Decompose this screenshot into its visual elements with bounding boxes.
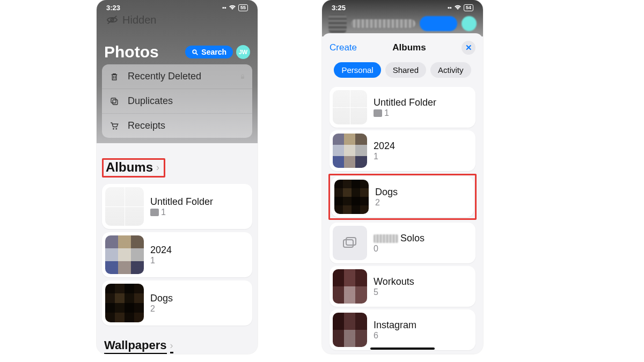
segment-activity[interactable]: Activity	[430, 62, 471, 78]
svg-rect-4	[111, 98, 116, 103]
album-thumbnail	[333, 226, 367, 260]
segment-shared[interactable]: Shared	[385, 62, 426, 78]
row-label: Recently Deleted	[128, 71, 201, 82]
album-thumbnail	[333, 134, 367, 168]
album-name: 2024	[374, 141, 395, 152]
folder-icon	[150, 209, 159, 216]
battery-icon: 54	[464, 4, 473, 11]
svg-line-2	[196, 53, 197, 55]
album-count: 6	[374, 331, 416, 341]
status-bar: 3:25 ▪▪ 54	[322, 0, 483, 14]
segment-personal[interactable]: Personal	[334, 62, 380, 78]
album-count: 2	[150, 304, 173, 314]
create-button[interactable]: Create	[330, 42, 357, 53]
status-icons: ▪▪ 55	[222, 4, 248, 11]
recently-deleted-row[interactable]: Recently Deleted	[102, 64, 252, 89]
cart-icon	[108, 121, 120, 131]
album-name: 2024	[150, 245, 172, 256]
album-workouts[interactable]: Workouts 5	[330, 266, 475, 307]
albums-header-label: Albums	[106, 160, 153, 175]
svg-point-1	[193, 50, 196, 54]
album-name: Dogs	[150, 293, 173, 304]
page-title: Photos	[104, 43, 159, 61]
status-time: 3:23	[106, 4, 120, 12]
sheet-title: Albums	[392, 42, 426, 53]
trash-icon	[108, 71, 120, 82]
home-indicator[interactable]	[370, 348, 435, 350]
close-icon: ✕	[465, 43, 472, 53]
row-label: Receipts	[128, 120, 165, 131]
album-count: 5	[374, 287, 414, 297]
receipts-row[interactable]: Receipts	[102, 114, 252, 138]
album-dogs[interactable]: Dogs 2	[102, 280, 252, 326]
signal-icon: ▪▪	[222, 4, 226, 11]
phone-left: 3:23 ▪▪ 55 Hidden Photos	[97, 0, 258, 354]
album-thumbnail	[105, 284, 144, 322]
search-button[interactable]: Search	[185, 46, 233, 58]
signal-icon: ▪▪	[448, 4, 452, 11]
avatar[interactable]: JW	[236, 45, 250, 59]
segmented-control: Personal Shared Activity	[322, 60, 483, 84]
hidden-icon	[106, 14, 118, 26]
album-thumbnail	[334, 180, 369, 214]
album-solos[interactable]: Solos 0	[330, 223, 475, 263]
duplicate-icon	[108, 97, 120, 106]
album-count: 1	[384, 108, 389, 118]
row-label: Duplicates	[128, 95, 173, 107]
wifi-icon	[229, 5, 236, 10]
albums-header-highlight: Albums ›	[102, 158, 165, 178]
albums-sheet: Create Albums ✕ Personal Shared Activity…	[322, 33, 483, 353]
album-name: Dogs	[375, 187, 398, 198]
svg-line-0	[108, 16, 117, 24]
blurred-text	[374, 234, 398, 243]
album-name: Solos	[400, 233, 425, 243]
search-label: Search	[201, 48, 226, 56]
album-thumbnail	[333, 90, 367, 124]
svg-rect-3	[241, 76, 244, 79]
svg-rect-8	[343, 240, 353, 247]
photos-app-header: 3:23 ▪▪ 55 Hidden Photos	[97, 0, 258, 143]
album-count: 1	[374, 152, 395, 161]
album-name: Instagram	[374, 320, 416, 331]
album-2024[interactable]: 2024 1	[330, 130, 475, 171]
folder-icon	[374, 109, 382, 117]
album-untitled-folder[interactable]: Untitled Folder 1	[330, 87, 475, 128]
wallpapers-label: Wallpapers	[104, 338, 167, 354]
album-untitled-folder[interactable]: Untitled Folder 1	[102, 184, 252, 229]
wifi-icon	[454, 5, 462, 10]
album-dogs[interactable]: Dogs 2	[331, 176, 474, 217]
wallpapers-section-header[interactable]: Wallpapers ›	[97, 329, 258, 354]
status-icons: ▪▪ 54	[448, 4, 473, 11]
shared-album-icon	[342, 237, 357, 249]
albums-list: Untitled Folder 1 2024 1 Dogs 2	[322, 87, 483, 350]
album-name: Untitled Folder	[150, 196, 213, 208]
status-bar: 3:23 ▪▪ 55	[97, 0, 258, 14]
background-blur: 3:25 ▪▪ 54	[322, 0, 483, 36]
svg-point-6	[113, 128, 114, 129]
album-count: 1	[161, 208, 166, 217]
album-thumbnail	[105, 187, 144, 226]
close-button[interactable]: ✕	[462, 41, 475, 55]
hidden-label[interactable]: Hidden	[122, 14, 156, 26]
duplicates-row[interactable]: Duplicates	[102, 89, 252, 114]
album-count: 1	[150, 256, 172, 265]
album-dogs-highlight: Dogs 2	[328, 174, 477, 220]
svg-rect-5	[113, 100, 118, 105]
battery-icon: 55	[238, 4, 248, 11]
chevron-right-icon: ›	[170, 340, 173, 353]
status-time: 3:25	[332, 4, 346, 12]
album-count: 0	[374, 244, 425, 254]
chevron-right-icon: ›	[156, 162, 159, 173]
album-name: Untitled Folder	[374, 97, 436, 108]
album-instagram[interactable]: Instagram 6	[330, 309, 475, 350]
search-icon	[192, 49, 199, 56]
album-thumbnail	[333, 313, 367, 347]
svg-rect-9	[346, 238, 356, 245]
albums-section-header[interactable]: Albums ›	[106, 160, 159, 175]
lock-icon	[239, 73, 246, 80]
album-thumbnail	[105, 235, 144, 274]
svg-point-7	[115, 128, 117, 129]
album-count: 2	[375, 198, 398, 208]
album-2024[interactable]: 2024 1	[102, 232, 252, 277]
phone-right: 3:25 ▪▪ 54 Create Albums ✕ Personal Shar…	[322, 0, 483, 354]
